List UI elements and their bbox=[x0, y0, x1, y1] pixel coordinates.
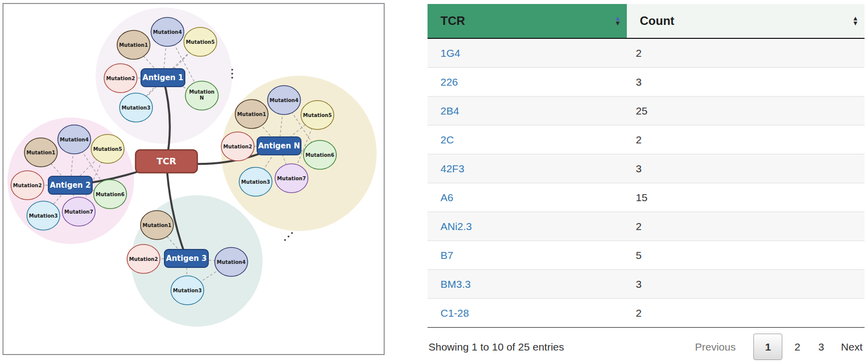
mutation-label: Mutation4 bbox=[270, 98, 298, 103]
network-diagram-canvas: Mutation1Mutation4Mutation5Mutation2Muta… bbox=[3, 4, 384, 354]
antigen-label: Antigen 3 bbox=[166, 254, 207, 263]
column-label-count: Count bbox=[640, 14, 674, 27]
node-mutation2-antigen-1[interactable]: Mutation2 bbox=[104, 64, 137, 93]
tcr-cell: 226 bbox=[428, 68, 627, 97]
pagination-page-1[interactable]: 1 bbox=[753, 334, 782, 360]
mutation-label: Mutation3 bbox=[241, 179, 270, 185]
tcr-link[interactable]: 1G4 bbox=[440, 47, 460, 59]
node-mutation7-antigen-2[interactable]: Mutation7 bbox=[62, 197, 95, 226]
node-mutation5-antigen-n[interactable]: Mutation5 bbox=[301, 101, 334, 129]
mutation-label: Mutation4 bbox=[153, 29, 182, 35]
tcr-table-panel: TCR ▲▼ Count ▲▼ 1G4222632B4252C242F33A61… bbox=[428, 4, 865, 360]
node-antigen-n[interactable]: Antigen N bbox=[257, 137, 301, 155]
node-mutation6-antigen-2[interactable]: Mutation6 bbox=[94, 180, 127, 209]
tcr-link[interactable]: 226 bbox=[440, 76, 458, 88]
tcr-antigen-network-diagram: Mutation1Mutation4Mutation5Mutation2Muta… bbox=[2, 3, 385, 355]
mutation-label: Mutation1 bbox=[143, 223, 171, 228]
table-row: 42F33 bbox=[428, 154, 865, 183]
mutation-label: Mutation3 bbox=[173, 288, 202, 293]
count-cell: 2 bbox=[627, 125, 865, 154]
sort-both-icon: ▲▼ bbox=[852, 16, 859, 26]
node-tcr[interactable]: TCR bbox=[136, 150, 197, 173]
node-mutation3-antigen-n[interactable]: Mutation3 bbox=[239, 167, 272, 196]
tcr-cell: C1-28 bbox=[428, 299, 627, 328]
tcr-link[interactable]: 2C bbox=[440, 134, 454, 145]
tcr-link[interactable]: A6 bbox=[440, 192, 453, 203]
count-cell: 25 bbox=[627, 97, 865, 125]
node-mutation2-antigen-n[interactable]: Mutation2 bbox=[221, 132, 254, 161]
more-items-diagonal-ellipsis-icon bbox=[284, 232, 293, 241]
mutation-label: Mutation1 bbox=[237, 112, 266, 117]
tcr-link[interactable]: 2B4 bbox=[440, 105, 459, 117]
node-mutation1-antigen-n[interactable]: Mutation1 bbox=[235, 100, 268, 128]
dot bbox=[231, 69, 233, 71]
node-mutation2-antigen-3[interactable]: Mutation2 bbox=[127, 244, 160, 273]
count-cell: 5 bbox=[627, 241, 865, 270]
sort-asc-icon: ▲▼ bbox=[614, 16, 621, 26]
mutation-label: Mutation7 bbox=[277, 176, 306, 181]
node-antigen-3[interactable]: Antigen 3 bbox=[164, 249, 208, 267]
tcr-link[interactable]: ANi2.3 bbox=[440, 221, 472, 232]
count-cell: 3 bbox=[627, 270, 865, 299]
table-row: 2C2 bbox=[428, 125, 865, 154]
mutation-label: Mutation5 bbox=[93, 146, 122, 152]
pagination-page-3[interactable]: 3 bbox=[809, 341, 833, 353]
node-mutation-n-antigen-1[interactable]: MutationN bbox=[185, 81, 218, 110]
mutation-label: Mutation1 bbox=[26, 150, 55, 155]
table-row: 2B425 bbox=[428, 97, 865, 125]
mutation-label: Mutation5 bbox=[303, 113, 332, 118]
dot bbox=[291, 232, 293, 234]
column-header-count[interactable]: Count ▲▼ bbox=[627, 4, 865, 38]
more-items-vertical-ellipsis-icon bbox=[231, 69, 233, 79]
tcr-cell: B7 bbox=[428, 241, 627, 270]
mutation-label: Mutation6 bbox=[96, 192, 125, 197]
mutation-label: Mutation6 bbox=[305, 152, 334, 158]
tcr-link[interactable]: B7 bbox=[440, 249, 453, 261]
node-mutation4-antigen-2[interactable]: Mutation4 bbox=[58, 125, 91, 154]
tcr-label: TCR bbox=[156, 156, 176, 166]
mutation-label: Mutation3 bbox=[122, 105, 150, 111]
table-row: 2263 bbox=[428, 68, 865, 97]
node-mutation2-antigen-2[interactable]: Mutation2 bbox=[11, 171, 44, 200]
node-mutation5-antigen-1[interactable]: Mutation5 bbox=[184, 27, 217, 56]
pagination-page-2[interactable]: 2 bbox=[785, 341, 809, 353]
table-row: 1G42 bbox=[428, 38, 865, 68]
node-mutation6-antigen-n[interactable]: Mutation6 bbox=[303, 140, 336, 169]
mutation-label: Mutation2 bbox=[13, 183, 42, 188]
tcr-cell: ANi2.3 bbox=[428, 212, 627, 241]
node-mutation5-antigen-2[interactable]: Mutation5 bbox=[91, 134, 124, 163]
node-mutation7-antigen-n[interactable]: Mutation7 bbox=[275, 164, 308, 193]
node-mutation3-antigen-1[interactable]: Mutation3 bbox=[120, 93, 152, 122]
tcr-link[interactable]: BM3.3 bbox=[440, 278, 471, 290]
mutation-label: Mutation3 bbox=[29, 213, 58, 219]
dot bbox=[288, 236, 289, 238]
node-antigen-1[interactable]: Antigen 1 bbox=[141, 69, 185, 87]
tcr-link[interactable]: C1-28 bbox=[440, 307, 469, 319]
table-footer: Showing 1 to 10 of 25 entries Previous 1… bbox=[428, 334, 865, 360]
pagination-previous[interactable]: Previous bbox=[695, 341, 736, 353]
node-mutation1-antigen-2[interactable]: Mutation1 bbox=[24, 138, 57, 167]
dot bbox=[231, 77, 233, 79]
pagination-next[interactable]: Next bbox=[841, 341, 865, 353]
table-header-row: TCR ▲▼ Count ▲▼ bbox=[428, 4, 865, 38]
tcr-cell: 2B4 bbox=[428, 97, 627, 125]
column-header-tcr[interactable]: TCR ▲▼ bbox=[428, 4, 627, 38]
mutation-label: Mutation4 bbox=[60, 137, 89, 142]
node-mutation4-antigen-1[interactable]: Mutation4 bbox=[151, 17, 184, 46]
node-mutation3-antigen-3[interactable]: Mutation3 bbox=[171, 276, 204, 305]
node-mutation1-antigen-3[interactable]: Mutation1 bbox=[141, 211, 173, 240]
tcr-link[interactable]: 42F3 bbox=[440, 163, 464, 174]
antigen-label: Antigen 1 bbox=[143, 73, 183, 82]
mutation-label: Mutation5 bbox=[186, 39, 215, 45]
count-cell: 2 bbox=[627, 38, 865, 68]
node-mutation1-antigen-1[interactable]: Mutation1 bbox=[117, 30, 150, 59]
mutation-label: Mutation2 bbox=[106, 76, 135, 81]
tcr-cell: BM3.3 bbox=[428, 270, 627, 299]
node-antigen-2[interactable]: Antigen 2 bbox=[48, 176, 92, 194]
count-cell: 2 bbox=[627, 299, 865, 328]
node-mutation4-antigen-3[interactable]: Mutation4 bbox=[215, 247, 248, 276]
mutation-label: Mutation2 bbox=[129, 256, 158, 262]
table-row: C1-282 bbox=[428, 299, 865, 328]
node-mutation3-antigen-2[interactable]: Mutation3 bbox=[27, 201, 60, 230]
node-mutation4-antigen-n[interactable]: Mutation4 bbox=[268, 86, 300, 115]
